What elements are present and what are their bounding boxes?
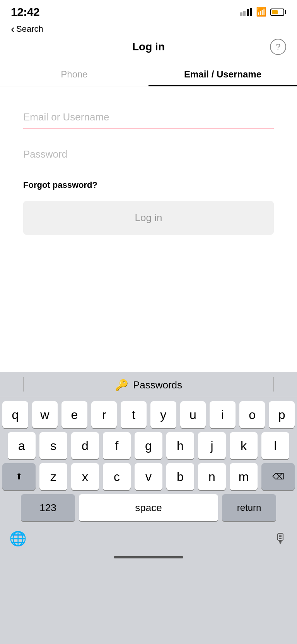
status-time: 12:42 [11, 5, 39, 19]
key-e[interactable]: e [61, 401, 87, 428]
key-u[interactable]: u [180, 401, 206, 428]
battery-icon [270, 9, 286, 16]
key-v[interactable]: v [135, 463, 162, 490]
keyboard-keys: q w e r t y u i o p a s d f g h j k [0, 397, 297, 527]
login-button[interactable]: Log in [23, 201, 274, 235]
microphone-icon[interactable]: 🎙 [274, 531, 288, 547]
key-row-1: q w e r t y u i o p [2, 401, 295, 428]
key-m[interactable]: m [230, 463, 258, 490]
forgot-password-link[interactable]: Forgot password? [23, 180, 274, 190]
keyboard-bottom-row: 🌐 🎙 [0, 527, 297, 553]
key-x[interactable]: x [71, 463, 99, 490]
key-q[interactable]: q [2, 401, 28, 428]
form-container: Forgot password? Log in [0, 86, 297, 246]
email-input-group [23, 106, 274, 129]
key-backspace[interactable]: ⌫ [261, 463, 295, 490]
key-y[interactable]: y [150, 401, 176, 428]
key-t[interactable]: t [121, 401, 147, 428]
key-p[interactable]: p [269, 401, 295, 428]
key-r[interactable]: r [91, 401, 117, 428]
key-z[interactable]: z [39, 463, 67, 490]
key-w[interactable]: w [32, 401, 58, 428]
key-n[interactable]: n [198, 463, 226, 490]
key-j[interactable]: j [198, 432, 226, 459]
passwords-label: 🔑 Passwords [115, 379, 182, 392]
help-icon: ? [276, 42, 280, 52]
key-a[interactable]: a [8, 432, 36, 459]
key-row-3: ⬆ z x c v b n m ⌫ [2, 463, 295, 490]
back-search-label: Search [16, 24, 43, 34]
back-search-area[interactable]: ‹ Search [11, 23, 286, 35]
home-indicator [0, 553, 297, 562]
key-b[interactable]: b [166, 463, 194, 490]
tabs-container: Phone Email / Username [0, 61, 297, 86]
help-button[interactable]: ? [270, 39, 286, 55]
key-g[interactable]: g [135, 432, 162, 459]
globe-icon[interactable]: 🌐 [9, 531, 27, 547]
key-row-2: a s d f g h j k l [2, 432, 295, 459]
key-c[interactable]: c [103, 463, 131, 490]
home-bar [114, 556, 183, 558]
back-arrow-icon: ‹ [11, 23, 15, 35]
key-f[interactable]: f [103, 432, 131, 459]
separator-left [23, 377, 24, 392]
tab-phone[interactable]: Phone [0, 61, 148, 86]
password-input-group [23, 143, 274, 166]
key-123[interactable]: 123 [21, 494, 75, 521]
status-icons: 📶 [240, 7, 287, 17]
main-content: 12:42 📶 ‹ Search Log in [0, 0, 297, 644]
key-row-4: 123 space return [2, 494, 295, 521]
key-h[interactable]: h [166, 432, 194, 459]
wifi-icon: 📶 [256, 7, 266, 17]
email-username-input[interactable] [23, 106, 274, 129]
separator-right [273, 377, 274, 392]
key-shift[interactable]: ⬆ [2, 463, 36, 490]
keyboard-area: 🔑 Passwords q w e r t y u i o p a [0, 372, 297, 644]
passwords-text: Passwords [133, 379, 182, 391]
password-input[interactable] [23, 143, 274, 166]
status-bar: 12:42 📶 [0, 0, 297, 22]
key-d[interactable]: d [71, 432, 99, 459]
key-l[interactable]: l [261, 432, 289, 459]
key-i[interactable]: i [210, 401, 236, 428]
page-title: Log in [132, 41, 165, 53]
tab-email[interactable]: Email / Username [148, 61, 297, 86]
key-s[interactable]: s [39, 432, 67, 459]
key-return[interactable]: return [222, 494, 276, 521]
signal-bars-icon [240, 8, 253, 16]
nav-bar: Log in ? [0, 35, 297, 61]
key-k[interactable]: k [230, 432, 258, 459]
key-icon: 🔑 [115, 379, 128, 392]
passwords-bar: 🔑 Passwords [0, 372, 297, 397]
key-o[interactable]: o [239, 401, 265, 428]
key-space[interactable]: space [79, 494, 218, 521]
